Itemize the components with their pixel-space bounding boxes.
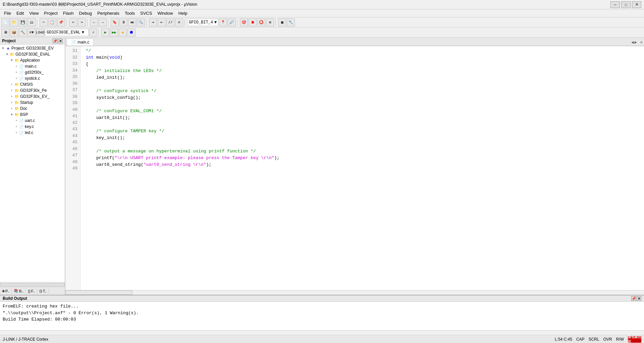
tree-gd32f30x[interactable]: + 📄 gd32f30x_	[0, 69, 65, 75]
build-panel-pin[interactable]: 📌	[631, 296, 636, 301]
toolbar-dropdown-gpio[interactable]: GPIO_BIT_4 ▼	[187, 19, 218, 26]
tb-bp4[interactable]: 🔍	[137, 18, 145, 26]
tb-unindent[interactable]: ⇤	[158, 18, 166, 26]
panel-pin-btn[interactable]: 📌	[53, 39, 57, 43]
tb-saveall[interactable]: 🗂	[28, 18, 36, 26]
tab-tmpl-icon: Ω	[39, 289, 42, 293]
tb-uncomment[interactable]: #	[175, 18, 183, 26]
expand-led[interactable]: +	[14, 130, 19, 135]
minimize-button[interactable]: ─	[610, 1, 620, 8]
code-hscroll[interactable]	[65, 290, 644, 295]
menu-svcs[interactable]: SVCS	[138, 10, 155, 16]
expand-startup[interactable]: +	[9, 100, 14, 105]
tb2-6[interactable]: ▶	[101, 28, 109, 37]
tab-templates[interactable]: Ω T..	[37, 288, 49, 294]
tb-bp1[interactable]: 🔖	[111, 18, 119, 26]
tb-browse1[interactable]: 📍	[219, 18, 227, 26]
menu-peripherals[interactable]: Peripherals	[95, 10, 122, 16]
tab-scroll-left[interactable]: ◀	[631, 40, 634, 45]
tb-new[interactable]: 📄	[1, 18, 9, 26]
toolbar-dropdown-target[interactable]: GD32F303E_EVAL ▼	[45, 29, 89, 36]
code-tab-main[interactable]: 📄 main.c	[67, 39, 94, 46]
tb-browse2[interactable]: 🔎	[228, 18, 236, 26]
tree-startup[interactable]: + 📁 Startup	[0, 99, 65, 106]
build-panel-close[interactable]: ✕	[637, 296, 641, 301]
tree-systick-c[interactable]: + 📄 systick.c	[0, 75, 65, 81]
tab-close-all[interactable]: ✕	[640, 40, 643, 45]
expand-app[interactable]: ▼	[9, 58, 14, 63]
tab-scroll-right[interactable]: ▶	[635, 40, 637, 45]
tb-gear[interactable]: ⚙	[266, 18, 274, 26]
tb2-8[interactable]: ◆	[119, 28, 127, 37]
tb-cut[interactable]: ✂	[40, 18, 48, 26]
tb-bp3[interactable]: ⏭	[128, 18, 136, 26]
tb-open[interactable]: 📁	[10, 18, 18, 26]
tree-gd32f30x-ev[interactable]: + 📁 GD32F30x_EV_	[0, 93, 65, 99]
menu-help[interactable]: Help	[176, 10, 190, 16]
tb-bp2[interactable]: ⏸	[119, 18, 127, 26]
tree-gd32f303e-eval[interactable]: ▼ 📁 GD32F303E_EVAL	[0, 51, 65, 57]
tb-copy[interactable]: 📋	[48, 18, 56, 26]
menu-flash[interactable]: Flash	[60, 10, 76, 16]
expand-gd32[interactable]: +	[14, 70, 19, 75]
tree-main-c[interactable]: + 📄 main.c	[0, 63, 65, 69]
close-button[interactable]: ✕	[632, 1, 641, 8]
maximize-button[interactable]: □	[621, 1, 631, 8]
code-content[interactable]: */ int main(void) { /* initialize the LE…	[80, 46, 644, 290]
expand-ev[interactable]: +	[9, 94, 14, 99]
tb-target[interactable]: 🎯	[240, 18, 248, 26]
expand-uart[interactable]: +	[14, 118, 19, 123]
tb2-5[interactable]: ⚡	[89, 28, 97, 37]
tb-search[interactable]: 🔧	[287, 18, 295, 26]
menu-edit[interactable]: Edit	[14, 10, 26, 16]
tb2-4[interactable]: ≡▼	[28, 28, 36, 37]
tab-functions[interactable]: {} F..	[26, 288, 37, 294]
tb2-2[interactable]: 📦	[10, 28, 18, 37]
tree-cmsis[interactable]: + 📁 CMSIS	[0, 81, 65, 87]
menu-project[interactable]: Project	[41, 10, 60, 16]
tree-uart-c[interactable]: + 📄 uart.c	[0, 118, 65, 124]
expand-doc[interactable]: +	[9, 106, 14, 111]
tab-project[interactable]: ◈ P..	[0, 288, 12, 294]
tree-led-c[interactable]: + 📄 led.c	[0, 130, 65, 136]
expand-eval[interactable]: ▼	[5, 52, 9, 57]
expand-pe[interactable]: +	[9, 88, 14, 93]
tb2-7[interactable]: ▶▶	[110, 28, 118, 37]
tb-indent[interactable]: ⇥	[149, 18, 157, 26]
panel-close-btn[interactable]: ✕	[58, 39, 63, 43]
tb2-1[interactable]: 🖥	[1, 28, 9, 37]
tb-layout[interactable]: ▦	[278, 18, 286, 26]
tb-circle[interactable]: ⭕	[257, 18, 265, 26]
tree-key-c[interactable]: + 📄 key.c	[0, 124, 65, 130]
tree-application[interactable]: ▼ 📁 Application	[0, 57, 65, 63]
tree-gd32f30x-pe[interactable]: + 📁 GD32F30x_Pe	[0, 87, 65, 93]
tb-undo[interactable]: ↩	[69, 18, 77, 26]
expand-key[interactable]: +	[14, 124, 19, 129]
code-editor[interactable]: 31 32 33 34 35 36 37 38 39 40 41 42 43 4…	[65, 46, 644, 290]
expand-cmsis[interactable]: +	[9, 82, 14, 87]
tb-comment[interactable]: //	[166, 18, 174, 26]
menu-tools[interactable]: Tools	[122, 10, 138, 16]
tb2-3[interactable]: 🔨	[19, 28, 27, 37]
tab-books[interactable]: 📚 B..	[12, 288, 26, 294]
menu-window[interactable]: Window	[155, 10, 175, 16]
menu-file[interactable]: File	[1, 10, 14, 16]
build-hscroll[interactable]	[0, 330, 644, 335]
tree-bsp[interactable]: ▼ 📁 BSP	[0, 112, 65, 118]
menu-view[interactable]: View	[26, 10, 41, 16]
tree-doc[interactable]: + 📁 Doc	[0, 106, 65, 112]
tb2-load[interactable]: LOAD	[36, 28, 44, 37]
expand-main[interactable]: +	[14, 64, 19, 69]
tb-fwd[interactable]: →	[99, 18, 107, 26]
expand-bsp[interactable]: ▼	[9, 112, 14, 117]
expand-root[interactable]: ▼	[1, 46, 5, 51]
tb-redo[interactable]: ↪	[78, 18, 86, 26]
menu-debug[interactable]: Debug	[76, 10, 95, 16]
tb2-9[interactable]: ⬟	[127, 28, 136, 37]
tb-paste[interactable]: 📌	[57, 18, 65, 26]
expand-systick[interactable]: +	[14, 76, 19, 81]
tb-back[interactable]: ←	[90, 18, 98, 26]
tb-stop[interactable]: ⏹	[249, 18, 257, 26]
tb-save[interactable]: 💾	[19, 18, 27, 26]
tree-project-root[interactable]: ▼ ◈ Project: GD32303E_EV	[0, 45, 65, 51]
